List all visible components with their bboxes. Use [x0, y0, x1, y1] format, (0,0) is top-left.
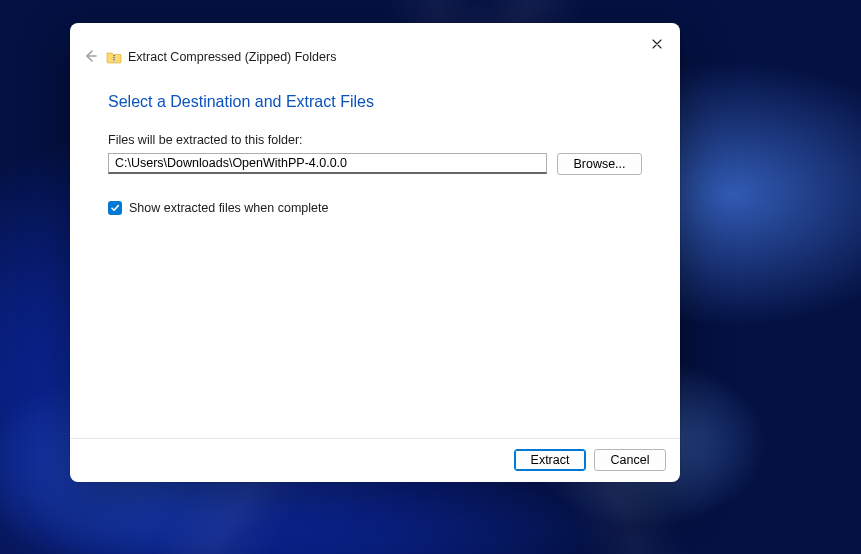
- path-row: Browse...: [108, 153, 642, 175]
- show-files-checkbox-label[interactable]: Show extracted files when complete: [129, 201, 328, 215]
- show-files-checkbox[interactable]: [108, 201, 122, 215]
- wizard-title: Extract Compressed (Zipped) Folders: [128, 50, 336, 64]
- dialog-content: Select a Destination and Extract Files F…: [70, 75, 680, 438]
- zip-folder-icon: [106, 50, 122, 64]
- extract-button[interactable]: Extract: [514, 449, 586, 471]
- svg-rect-3: [113, 59, 115, 60]
- dialog-footer: Extract Cancel: [70, 439, 680, 482]
- svg-rect-1: [113, 55, 115, 56]
- destination-path-input[interactable]: [108, 153, 547, 174]
- page-title: Select a Destination and Extract Files: [108, 93, 642, 111]
- checkmark-icon: [110, 201, 120, 216]
- back-button[interactable]: [80, 47, 100, 67]
- browse-button[interactable]: Browse...: [557, 153, 642, 175]
- show-files-checkbox-row: Show extracted files when complete: [108, 201, 642, 215]
- extract-dialog: Extract Compressed (Zipped) Folders Sele…: [70, 23, 680, 482]
- close-icon: [652, 37, 662, 52]
- cancel-button[interactable]: Cancel: [594, 449, 666, 471]
- back-arrow-icon: [83, 49, 97, 66]
- dialog-header: Extract Compressed (Zipped) Folders: [70, 23, 680, 75]
- close-button[interactable]: [642, 31, 672, 57]
- titlebar-controls: [642, 31, 672, 57]
- svg-rect-0: [113, 55, 115, 62]
- path-label: Files will be extracted to this folder:: [108, 133, 642, 147]
- svg-rect-2: [113, 57, 115, 58]
